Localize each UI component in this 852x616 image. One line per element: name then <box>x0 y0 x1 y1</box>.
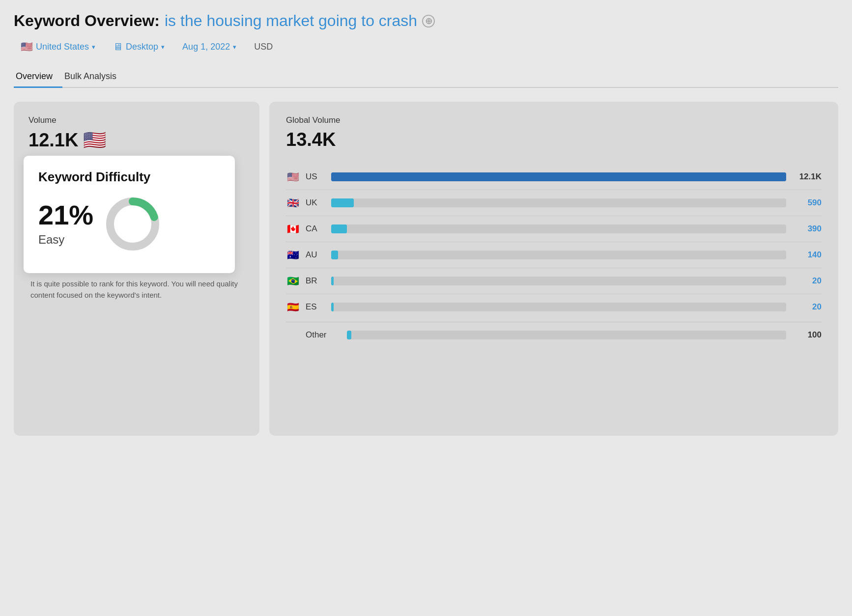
value-br: 20 <box>792 276 822 286</box>
kd-donut-chart <box>103 195 162 253</box>
bar-other <box>347 331 786 339</box>
country-chevron: ▾ <box>92 43 95 51</box>
kd-percent-block: 21% Easy <box>38 201 93 247</box>
volume-value: 12.1K 🇺🇸 <box>28 129 245 151</box>
value-uk: 590 <box>792 198 822 208</box>
volume-label: Volume <box>28 115 245 125</box>
device-label: Desktop <box>126 42 158 52</box>
flag-us: 🇺🇸 <box>286 171 300 183</box>
code-uk: UK <box>306 198 325 208</box>
bar-us <box>331 172 786 181</box>
kd-difficulty-level: Easy <box>38 233 93 247</box>
code-br: BR <box>306 276 325 286</box>
country-row-ca: 🇨🇦 CA 390 <box>286 216 822 242</box>
currency-label: USD <box>247 39 280 55</box>
country-filter[interactable]: 🇺🇸 United States ▾ <box>14 38 102 56</box>
bar-au <box>331 251 786 259</box>
flag-br: 🇧🇷 <box>286 275 300 287</box>
cards-row: Volume 12.1K 🇺🇸 Keyword Difficulty 21% E… <box>14 102 838 436</box>
code-es: ES <box>306 302 325 312</box>
global-volume-value: 13.4K <box>286 129 822 150</box>
title-query: is the housing market going to crash <box>165 12 417 30</box>
other-row: 🏳 Other 100 <box>286 322 822 347</box>
other-label: Other <box>306 330 341 340</box>
country-row-au: 🇦🇺 AU 140 <box>286 242 822 268</box>
country-rows: 🇺🇸 US 12.1K 🇬🇧 UK 590 🇨🇦 CA <box>286 164 822 320</box>
bar-fill-other <box>347 331 351 339</box>
global-volume-card: Global Volume 13.4K 🇺🇸 US 12.1K 🇬🇧 UK 59… <box>269 102 838 436</box>
value-au: 140 <box>792 250 822 260</box>
tab-bulk-analysis[interactable]: Bulk Analysis <box>62 66 126 88</box>
date-label: Aug 1, 2022 <box>182 42 230 52</box>
country-row-es: 🇪🇸 ES 20 <box>286 294 822 320</box>
title-keyword: Keyword Overview: <box>14 12 160 30</box>
bar-uk <box>331 198 786 207</box>
value-other: 100 <box>792 330 822 340</box>
country-row-uk: 🇬🇧 UK 590 <box>286 190 822 216</box>
kd-title: Keyword Difficulty <box>38 169 220 185</box>
bar-es <box>331 303 786 311</box>
date-filter[interactable]: Aug 1, 2022 ▾ <box>175 39 243 55</box>
value-ca: 390 <box>792 224 822 234</box>
keyword-difficulty-card: Keyword Difficulty 21% Easy <box>24 156 235 273</box>
add-icon[interactable]: ⊕ <box>422 15 435 28</box>
bar-br <box>331 277 786 285</box>
bar-fill-br <box>331 277 334 285</box>
country-row-us: 🇺🇸 US 12.1K <box>286 164 822 190</box>
value-es: 20 <box>792 302 822 312</box>
kd-content: 21% Easy <box>38 195 220 253</box>
country-flag: 🇺🇸 <box>21 41 33 53</box>
bar-fill-au <box>331 251 338 259</box>
code-ca: CA <box>306 224 325 234</box>
device-filter[interactable]: 🖥 Desktop ▾ <box>106 38 171 56</box>
bar-fill-ca <box>331 224 347 233</box>
bar-ca <box>331 224 786 233</box>
tab-overview[interactable]: Overview <box>14 66 62 88</box>
flag-au: 🇦🇺 <box>286 249 300 261</box>
page-title: Keyword Overview: is the housing market … <box>14 12 838 30</box>
code-au: AU <box>306 250 325 260</box>
device-icon: 🖥 <box>113 41 123 53</box>
date-chevron: ▾ <box>233 43 236 51</box>
country-row-br: 🇧🇷 BR 20 <box>286 268 822 294</box>
code-us: US <box>306 172 325 182</box>
bar-fill-es <box>331 303 334 311</box>
device-chevron: ▾ <box>161 43 165 51</box>
bar-fill-uk <box>331 198 354 207</box>
kd-percent: 21% <box>38 201 93 229</box>
value-us: 12.1K <box>792 172 822 182</box>
global-volume-label: Global Volume <box>286 115 822 125</box>
volume-flag: 🇺🇸 <box>83 129 106 151</box>
flag-es: 🇪🇸 <box>286 301 300 313</box>
tabs-row: Overview Bulk Analysis <box>14 66 838 88</box>
country-label: United States <box>36 42 89 52</box>
filters-row: 🇺🇸 United States ▾ 🖥 Desktop ▾ Aug 1, 20… <box>14 38 838 56</box>
bar-fill-us <box>331 172 786 181</box>
flag-uk: 🇬🇧 <box>286 197 300 209</box>
volume-card: Volume 12.1K 🇺🇸 Keyword Difficulty 21% E… <box>14 102 259 436</box>
volume-number: 12.1K <box>28 130 78 151</box>
flag-ca: 🇨🇦 <box>286 223 300 235</box>
kd-description: It is quite possible to rank for this ke… <box>28 279 245 301</box>
